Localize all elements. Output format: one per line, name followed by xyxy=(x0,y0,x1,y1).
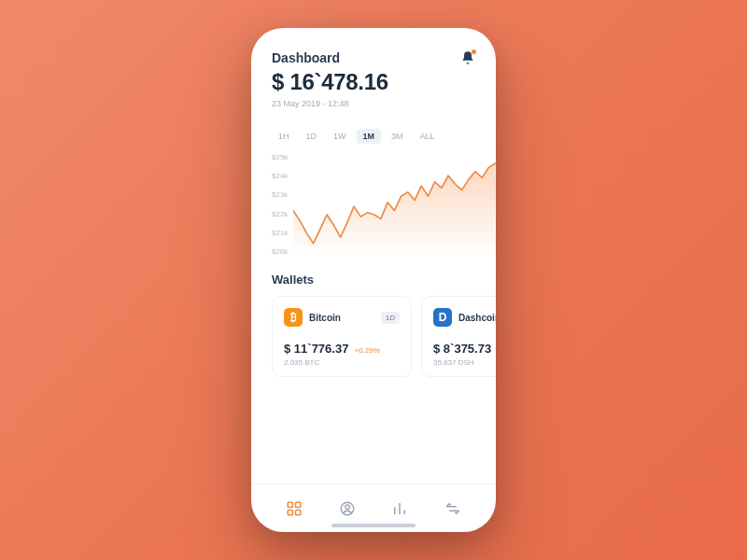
timestamp: 23 May 2019 - 12:48 xyxy=(272,99,388,108)
bar-chart-icon xyxy=(391,500,408,517)
y-tick: $21k xyxy=(272,229,288,237)
bitcoin-icon: ₿ xyxy=(284,308,303,327)
grid-icon xyxy=(286,500,303,517)
wallet-name: Dashcoin xyxy=(458,313,496,323)
time-range-selector: 1H 1D 1W 1M 3M ALL xyxy=(272,129,475,144)
header: Dashboard $ 16`478.16 23 May 2019 - 12:4… xyxy=(272,50,475,108)
y-tick: $22k xyxy=(272,210,288,218)
wallet-name: Bitcoin xyxy=(309,313,374,323)
range-1h[interactable]: 1H xyxy=(272,129,296,144)
page-title: Dashboard xyxy=(272,50,388,65)
wallets-heading: Wallets xyxy=(272,273,475,287)
range-3m[interactable]: 3M xyxy=(385,129,410,144)
range-1d[interactable]: 1D xyxy=(300,129,324,144)
swap-icon xyxy=(444,500,461,517)
y-tick: $20k xyxy=(272,247,288,256)
range-all[interactable]: ALL xyxy=(414,129,442,144)
user-icon xyxy=(339,500,356,517)
range-1m[interactable]: 1M xyxy=(357,129,382,144)
chart-canvas xyxy=(293,153,496,256)
wallet-card-dashcoin[interactable]: D Dashcoin $ 8`375.73 35.837 DSH xyxy=(421,296,496,377)
tab-profile[interactable] xyxy=(333,495,361,523)
wallet-card-bitcoin[interactable]: ₿ Bitcoin 1D $ 11`776.37 +0.29% 2.035 BT… xyxy=(272,296,412,377)
home-indicator xyxy=(331,524,416,527)
svg-rect-2 xyxy=(289,510,293,514)
range-1w[interactable]: 1W xyxy=(327,129,353,144)
notification-dot xyxy=(472,49,476,54)
main-content: Dashboard $ 16`478.16 23 May 2019 - 12:4… xyxy=(251,28,496,483)
wallet-badge: 1D xyxy=(381,312,400,324)
y-tick: $24k xyxy=(272,172,288,180)
wallet-value: $ 8`375.73 xyxy=(433,342,491,356)
notifications-button[interactable] xyxy=(460,50,475,69)
wallet-value: $ 11`776.37 xyxy=(284,342,348,356)
phone-frame: Dashboard $ 16`478.16 23 May 2019 - 12:4… xyxy=(251,28,496,532)
tab-dashboard[interactable] xyxy=(280,495,308,523)
header-left: Dashboard $ 16`478.16 23 May 2019 - 12:4… xyxy=(272,50,388,108)
chart-y-axis: $25k $24k $23k $22k $21k $20k xyxy=(272,153,293,256)
wallet-change: +0.29% xyxy=(354,346,379,355)
tab-stats[interactable] xyxy=(386,495,414,523)
y-tick: $23k xyxy=(272,190,288,199)
svg-point-5 xyxy=(345,504,350,509)
total-balance: $ 16`478.16 xyxy=(272,69,388,95)
dashcoin-icon: D xyxy=(433,308,452,327)
y-tick: $25k xyxy=(272,153,288,161)
wallets-row: ₿ Bitcoin 1D $ 11`776.37 +0.29% 2.035 BT… xyxy=(272,296,496,377)
tab-transfer[interactable] xyxy=(439,495,467,523)
wallet-holdings: 2.035 BTC xyxy=(284,358,400,367)
portfolio-chart: $25k $24k $23k $22k $21k $20k xyxy=(272,153,496,256)
svg-rect-1 xyxy=(296,502,301,507)
svg-rect-3 xyxy=(296,510,301,514)
svg-rect-0 xyxy=(289,502,293,507)
wallet-holdings: 35.837 DSH xyxy=(433,358,496,367)
